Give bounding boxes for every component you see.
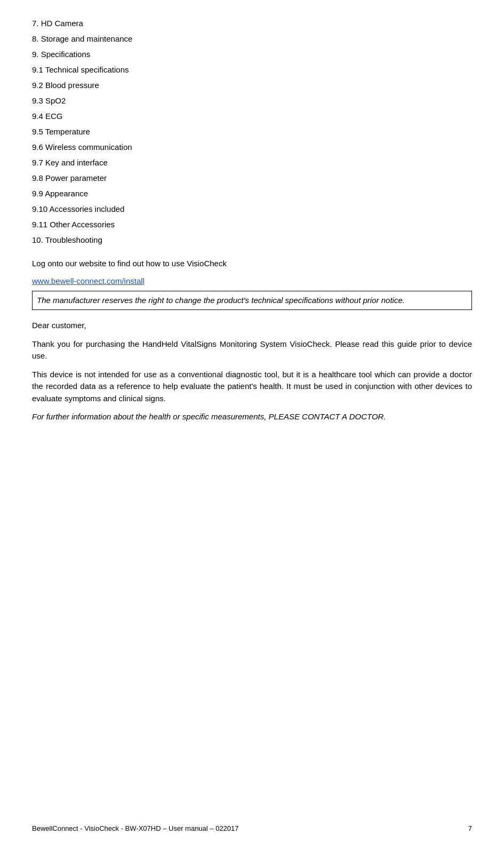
- website-section: Log onto our website to find out how to …: [32, 258, 472, 310]
- toc-item-4: 9.1 Technical specifications: [32, 62, 472, 77]
- toc-item-7: 9.4 ECG: [32, 109, 472, 123]
- page-number: 7: [468, 824, 472, 832]
- paragraph-2: This device is not intended for use as a…: [32, 369, 472, 405]
- website-intro: Log onto our website to find out how to …: [32, 258, 472, 270]
- toc-item-1: 7. HD Camera: [32, 16, 472, 30]
- toc-item-5: 9.2 Blood pressure: [32, 78, 472, 92]
- toc-item-6: 9.3 SpO2: [32, 93, 472, 108]
- toc-item-8: 9.5 Temperature: [32, 124, 472, 139]
- paragraph-1: Thank you for purchasing the HandHeld Vi…: [32, 338, 472, 362]
- toc-section: 7. HD Camera 8. Storage and maintenance …: [32, 16, 472, 247]
- toc-item-12: 9.9 Appearance: [32, 186, 472, 201]
- toc-item-10: 9.7 Key and interface: [32, 155, 472, 170]
- footer: BewellConnect - VisioCheck - BW-X07HD – …: [0, 824, 504, 832]
- greeting: Dear customer,: [32, 320, 472, 332]
- paragraph-3: For further information about the health…: [32, 411, 472, 423]
- toc-item-15: 10. Troubleshooting: [32, 233, 472, 247]
- toc-item-11: 9.8 Power parameter: [32, 171, 472, 185]
- body-section: Dear customer, Thank you for purchasing …: [32, 320, 472, 423]
- toc-item-9: 9.6 Wireless communication: [32, 140, 472, 154]
- toc-item-13: 9.10 Accessories included: [32, 202, 472, 216]
- footer-label: BewellConnect - VisioCheck - BW-X07HD – …: [32, 824, 239, 832]
- toc-item-14: 9.11 Other Accessories: [32, 217, 472, 232]
- toc-item-2: 8. Storage and maintenance: [32, 31, 472, 46]
- website-link[interactable]: www.bewell-connect.com/install: [32, 276, 145, 285]
- notice-box: The manufacturer reserves the right to c…: [32, 291, 472, 311]
- toc-item-3: 9. Specifications: [32, 47, 472, 61]
